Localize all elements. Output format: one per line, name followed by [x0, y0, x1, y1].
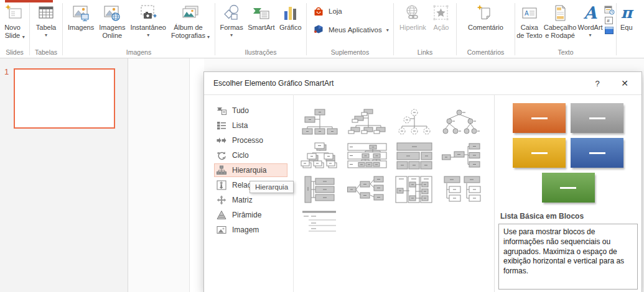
- preview-graphic: [512, 103, 624, 203]
- process-category-icon: [217, 135, 226, 145]
- my-apps-button[interactable]: Meus Aplicativos ▾: [313, 22, 393, 37]
- chevron-down-icon: ▾: [207, 35, 210, 40]
- layout-thumbnail-name-title-org-chart[interactable]: [347, 109, 387, 136]
- category-item-processo[interactable]: Processo: [214, 134, 287, 147]
- chevron-down-icon: ▾: [386, 28, 389, 33]
- ribbon-group-ilustracoes: Formas ▾ SmartArt: [215, 0, 306, 58]
- block-dash: [589, 152, 605, 154]
- layout-thumbnail-circle-org-chart[interactable]: [394, 109, 434, 136]
- layout-thumbnail-stacked-blocks[interactable]: [394, 142, 434, 170]
- ribbon-group-slides: Novo Slide▾ Slides: [0, 0, 29, 58]
- date-time-button[interactable]: [604, 6, 615, 15]
- ribbon-group-imagens: Imagens Imagens Online: [63, 0, 215, 58]
- table-button[interactable]: Tabela ▾: [36, 2, 56, 38]
- layout-thumbnail-two-column-list[interactable]: [442, 176, 482, 203]
- group-label-suplementos: Suplementos: [307, 48, 393, 56]
- chevron-down-icon: ▾: [22, 35, 25, 40]
- category-item-imagem[interactable]: Imagem: [214, 223, 287, 237]
- layout-thumbnail-circle-picture-hierarchy[interactable]: [442, 109, 482, 136]
- text-box-button[interactable]: A Caixa de Texto: [516, 2, 542, 40]
- layout-description: Use para mostrar blocos de informações n…: [498, 224, 638, 290]
- layout-name: Lista Básica em Blocos: [500, 212, 638, 221]
- matrix-category-icon: [217, 195, 226, 205]
- category-item-matriz[interactable]: Matriz: [214, 193, 287, 207]
- group-label-slides: Slides: [0, 48, 29, 56]
- store-icon: [313, 6, 324, 17]
- relationship-category-icon: [217, 180, 226, 190]
- slide-number: 1: [4, 67, 9, 76]
- screenshot-button[interactable]: Instantâneo ▾: [130, 2, 166, 38]
- preview-block-yellow: [513, 138, 566, 168]
- ribbon-group-equacao: π Equ: [617, 0, 644, 58]
- table-label: Tabela: [36, 24, 56, 32]
- preview-block-orange: [513, 103, 566, 133]
- group-label-ilustracoes: Ilustrações: [215, 48, 306, 56]
- online-pictures-icon: [103, 2, 121, 24]
- block-dash: [589, 117, 605, 119]
- category-item-tudo[interactable]: Tudo: [214, 104, 287, 117]
- category-list: Tudo Lista: [204, 94, 293, 292]
- object-button[interactable]: [604, 27, 615, 35]
- chart-button[interactable]: Gráfico: [279, 2, 301, 32]
- group-label-imagens: Imagens: [63, 48, 215, 56]
- hyperlink-button[interactable]: Hiperlink: [399, 2, 426, 32]
- layout-thumbnail-table-hierarchy[interactable]: [347, 142, 387, 170]
- layout-thumbnail-offset-org-chart[interactable]: [300, 142, 340, 170]
- text-box-icon: A: [520, 2, 539, 24]
- preview-block-green: [542, 173, 595, 203]
- dialog-titlebar[interactable]: Escolher Elemento Gráfico SmartArt ? ✕: [204, 72, 642, 95]
- layout-thumbnail-horizontal-org-chart[interactable]: [442, 142, 482, 170]
- category-item-hierarquia[interactable]: Hierarquia: [214, 163, 287, 177]
- shapes-button[interactable]: Formas ▾: [220, 2, 243, 38]
- ribbon-group-comentarios: Comentário Comentários: [457, 0, 515, 58]
- layout-thumbnail-lined-list[interactable]: [300, 209, 340, 237]
- online-pictures-button[interactable]: Imagens Online: [99, 2, 125, 40]
- comment-icon: [476, 2, 495, 24]
- ribbon-group-tabelas: Tabela ▾ Tabelas: [30, 0, 62, 58]
- preview-block-gray: [571, 103, 623, 133]
- header-footer-icon: [551, 2, 569, 24]
- comment-button[interactable]: Comentário: [468, 2, 503, 32]
- layout-thumbnail-org-chart[interactable]: [300, 109, 340, 136]
- table-icon: [37, 2, 55, 24]
- dialog-help-button[interactable]: ?: [584, 72, 610, 94]
- slide-number-button[interactable]: #: [604, 17, 615, 25]
- smartart-icon: [252, 2, 271, 24]
- action-button[interactable]: Ação: [432, 2, 450, 32]
- block-dash: [531, 152, 548, 154]
- category-item-piramide[interactable]: Pirâmide: [214, 208, 287, 222]
- wordart-icon: A: [584, 4, 597, 21]
- screenshot-label: Instantâneo: [130, 24, 166, 32]
- category-label: Matriz: [232, 196, 253, 204]
- block-dash: [531, 117, 548, 119]
- pyramid-category-icon: [217, 210, 226, 220]
- new-slide-button[interactable]: Novo Slide▾: [4, 2, 25, 40]
- photo-album-button[interactable]: Álbum de Fotografias▾: [171, 2, 210, 40]
- header-footer-button[interactable]: Cabeçalho e Rodapé: [544, 2, 577, 40]
- store-button[interactable]: Loja: [313, 4, 393, 19]
- slide-thumbnail[interactable]: [14, 68, 115, 129]
- smartart-button[interactable]: SmartArt: [248, 2, 274, 32]
- dialog-close-button[interactable]: ✕: [612, 72, 638, 94]
- header-footer-label: Cabeçalho e Rodapé: [544, 24, 577, 40]
- equation-button[interactable]: π Equ: [620, 2, 633, 32]
- layout-thumbnail-horizontal-hierarchy[interactable]: [347, 176, 387, 203]
- wordart-button[interactable]: A WordArt ▾: [578, 2, 603, 38]
- pictures-button[interactable]: Imagens: [68, 2, 94, 32]
- ribbon-group-links: Hiperlink Ação Links: [394, 0, 456, 58]
- layout-thumbnail-vertical-bracket-list[interactable]: [300, 176, 340, 203]
- online-pictures-label: Imagens Online: [99, 24, 125, 40]
- group-label-texto: Texto: [515, 48, 616, 56]
- category-item-lista[interactable]: Lista: [214, 119, 287, 132]
- equation-pi-icon: π: [621, 5, 632, 21]
- wordart-label: WordArt: [578, 24, 603, 32]
- category-label: Imagem: [232, 226, 259, 234]
- chart-label: Gráfico: [279, 24, 301, 32]
- shapes-label: Formas: [220, 24, 243, 32]
- category-item-ciclo[interactable]: Ciclo: [214, 148, 287, 162]
- category-label: Hierarquia: [232, 166, 266, 175]
- layout-thumbnail-column-hierarchy[interactable]: [394, 176, 434, 203]
- ribbon-group-texto: A Caixa de Texto: [515, 0, 616, 58]
- cycle-category-icon: [217, 150, 226, 160]
- list-category-icon: [217, 121, 226, 130]
